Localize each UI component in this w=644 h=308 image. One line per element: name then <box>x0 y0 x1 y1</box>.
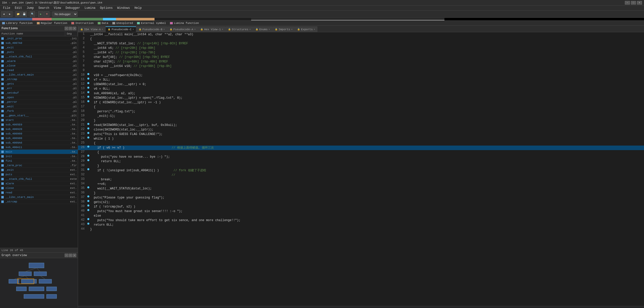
code-line[interactable]: 34 ++v6; <box>78 182 644 186</box>
tab-hex-view-1[interactable]: 🔒Hex View-1✕ <box>198 26 225 32</box>
code-line[interactable]: 33 break; <box>78 177 644 182</box>
function-row[interactable]: sub_400920.te. <box>0 127 78 131</box>
nav-seg-3[interactable] <box>52 18 103 20</box>
menu-item-search[interactable]: Search <box>36 6 51 10</box>
toolbar-forward-button[interactable]: ▶ <box>7 11 13 17</box>
graph-float-btn[interactable]: □ <box>69 254 72 257</box>
function-row[interactable]: _setvbuf.pl <box>0 91 78 95</box>
code-line[interactable]: 9 <box>78 69 644 73</box>
code-line[interactable]: 8 unsigned __int64 v10; // [rsp+98h] [rb… <box>78 64 644 69</box>
code-line[interactable]: 10 v10 = __readfsqword(0x28u); <box>78 73 644 78</box>
function-row[interactable]: alarmext. <box>0 181 78 186</box>
code-line[interactable]: 16 if ( HIDWORD(stat_loc.__iptr) == -1 ) <box>78 100 644 105</box>
function-row[interactable]: sub_4007A0.plt <box>0 41 78 45</box>
code-line[interactable]: 43 return 0LL; <box>78 223 644 227</box>
function-row[interactable]: __stack_chk_fail.pl <box>0 54 78 59</box>
function-row[interactable]: _open.pl <box>0 95 78 100</box>
function-row[interactable]: _strcmpext. <box>0 199 78 204</box>
tab-pseudocode-b[interactable]: 🔒Pseudocode-B✕ <box>136 26 167 32</box>
code-line[interactable]: 26 if ( v6 >= v7 ) // 根据上面得赋值, 循环三次 <box>78 146 644 150</box>
code-line[interactable]: 19 _exit(-1); <box>78 114 644 118</box>
menu-item-file[interactable]: File <box>1 6 12 10</box>
function-row[interactable]: _err.pl <box>0 86 78 91</box>
function-row[interactable]: start.te. <box>0 118 78 122</box>
toolbar-search-button[interactable]: 🔍 <box>30 11 35 17</box>
tab-close-button[interactable]: ✕ <box>102 28 103 31</box>
nav-seg-1[interactable] <box>0 18 32 20</box>
function-row[interactable]: _perror.pl <box>0 100 78 104</box>
function-row[interactable]: _puts.pl <box>0 50 78 54</box>
function-row[interactable]: sub_400980.te. <box>0 136 78 141</box>
tab-enums[interactable]: 🔒Enums✕ <box>253 26 272 32</box>
code-line[interactable]: 23 puts("This is GUESS FLAG CHALLENGE!")… <box>78 132 644 136</box>
tab-exports[interactable]: 🔒Exports✕ <box>295 26 317 32</box>
function-row[interactable]: sub_400960.te. <box>0 131 78 136</box>
code-line[interactable]: 1__int64 __fastcall main(__int64 a1, cha… <box>78 32 644 37</box>
horizontal-scrollbar[interactable] <box>78 306 644 308</box>
function-row[interactable]: _init_proc.ini <box>0 36 78 41</box>
code-line[interactable]: 44} <box>78 227 644 232</box>
toolbar-back-button[interactable]: ◀ <box>1 11 7 17</box>
code-line[interactable]: 37 puts("Please type your guessing flag"… <box>78 195 644 200</box>
menu-item-windows[interactable]: Windows <box>115 6 132 10</box>
toolbar-run-button[interactable]: ▶ <box>38 11 44 17</box>
functions-float-btn[interactable]: □ <box>69 27 72 30</box>
nav-seg-4[interactable] <box>103 18 116 20</box>
tab-ida-view-a[interactable]: 🔒IDA View-A✕ <box>78 26 105 32</box>
code-line[interactable]: 5 __int64 v7; // [rsp+28h] [rbp-78h] <box>78 50 644 55</box>
menu-item-jump[interactable]: Jump <box>25 6 36 10</box>
code-line[interactable]: 3 __WAIT_STATUS stat_loc; // [rsp+14h] [… <box>78 41 644 46</box>
function-row[interactable]: _alarm.pl <box>0 59 78 63</box>
maximize-button[interactable]: □ <box>631 1 636 5</box>
function-row[interactable]: __libc_start_main.pl <box>0 73 78 77</box>
nav-seg-2[interactable] <box>32 18 52 20</box>
functions-minimize-btn[interactable]: ─ <box>65 27 68 30</box>
tab-close-button[interactable]: ✕ <box>133 28 134 31</box>
function-row[interactable]: _close.pl <box>0 63 78 68</box>
code-line[interactable]: 40 puts("You must have great six sense!!… <box>78 209 644 214</box>
code-line[interactable]: 20 } <box>78 118 644 123</box>
function-row[interactable]: _term_proc.fir <box>0 163 78 168</box>
toolbar-stop-button[interactable]: ■ <box>44 11 50 17</box>
code-line[interactable]: 39 if ( !strcmp(buf, s2) ) <box>78 204 644 209</box>
function-row[interactable]: sub_4005E0.te. <box>0 122 78 127</box>
graph-close-btn[interactable]: ✕ <box>73 254 76 257</box>
code-line[interactable]: 14 sub_4009A6(a1, a2, a3); <box>78 91 644 96</box>
code-line[interactable]: 42 puts("You should take more effort to … <box>78 218 644 223</box>
close-button[interactable]: ✕ <box>637 1 642 5</box>
code-line[interactable]: 35 wait(__WAIT_STATUS)&stat_loc); <box>78 186 644 191</box>
function-row[interactable]: _wait.pl <box>0 104 78 109</box>
tab-pseudocode-c[interactable]: 🔒Pseudocode-C✕ <box>105 26 136 32</box>
toolbar-open-button[interactable]: 📁 <box>15 11 21 17</box>
code-line[interactable]: 28 puts("you have no sense... bye :-) ")… <box>78 155 644 159</box>
function-row[interactable]: sub_400A11.te. <box>0 145 78 150</box>
tab-pseudocode-a[interactable]: 🔒Pseudocode-A✕ <box>167 26 198 32</box>
function-row[interactable]: _exitext. <box>0 168 78 172</box>
code-line[interactable]: 22 close(SHIDWORD(stat_loc.__iptr)); <box>78 127 644 132</box>
tab-structures[interactable]: 🔒Structures✕ <box>226 26 253 32</box>
tab-close-button[interactable]: ✕ <box>269 28 270 31</box>
menu-item-edit[interactable]: Edit <box>13 6 24 10</box>
code-line[interactable]: 25 { <box>78 141 644 146</box>
menu-item-debugger[interactable]: Debugger <box>63 6 82 10</box>
function-row[interactable]: __gmon_start__.plt <box>0 113 78 118</box>
code-line[interactable]: 29 return 0LL; <box>78 159 644 164</box>
tab-close-button[interactable]: ✕ <box>291 28 292 31</box>
minimize-button[interactable]: ─ <box>625 1 630 5</box>
code-line[interactable]: 15 HIDWORD(stat_loc.__iptr) = open("./fl… <box>78 96 644 100</box>
code-line[interactable]: 41 else <box>78 214 644 218</box>
tab-close-button[interactable]: ✕ <box>163 28 165 31</box>
tab-close-button[interactable]: ✕ <box>314 28 315 31</box>
graph-minimize-btn[interactable]: ─ <box>65 254 68 257</box>
code-line[interactable]: 2{ <box>78 37 644 41</box>
function-row[interactable]: _exit.pl <box>0 45 78 50</box>
function-row[interactable]: sub_4009A6.te. <box>0 141 78 145</box>
function-row[interactable]: __stack_chk_failexte <box>0 177 78 181</box>
code-line[interactable]: 6 char buf[48]; // [rsp+30h] [rbp-70h] B… <box>78 55 644 59</box>
function-row[interactable]: _strcmp.pl <box>0 77 78 82</box>
tab-close-button[interactable]: ✕ <box>194 28 196 31</box>
code-line[interactable]: 12 LODWORD(stat_loc.__uptr) = 0; <box>78 82 644 87</box>
nav-seg-5[interactable] <box>116 18 155 20</box>
code-view[interactable]: 1__int64 __fastcall main(__int64 a1, cha… <box>78 32 644 306</box>
code-line[interactable]: 21 read(SHIDWORD(stat_loc.__iptr), buf, … <box>78 123 644 127</box>
